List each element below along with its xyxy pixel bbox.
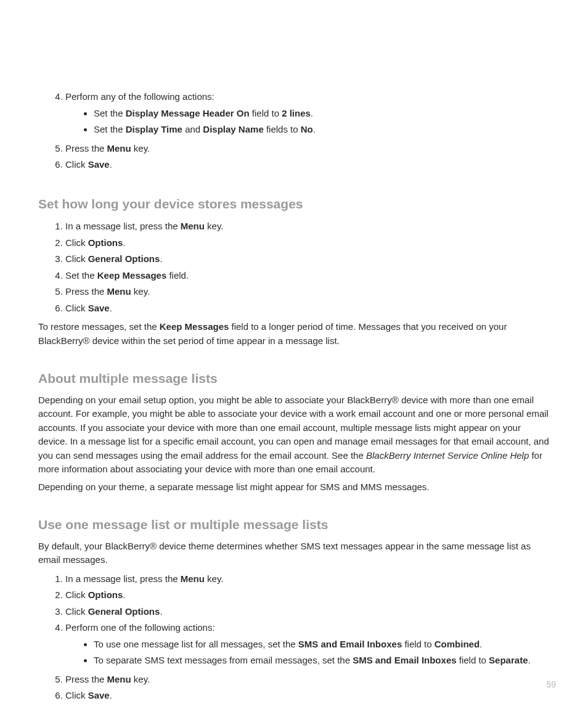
list-item: Click Save. xyxy=(65,300,550,317)
top-continued-steps: Perform any of the following actions: Se… xyxy=(38,89,550,173)
list-item: Click General Options. xyxy=(65,251,550,268)
step-text: Perform any of the following actions: xyxy=(65,91,214,102)
list-item: In a message list, press the Menu key. xyxy=(65,571,550,588)
heading-multiple-lists: About multiple message lists xyxy=(38,369,550,388)
list-item: Set the Display Message Header On field … xyxy=(94,105,550,122)
list-item: In a message list, press the Menu key. xyxy=(65,218,550,235)
heading-use-lists: Use one message list or multiple message… xyxy=(38,515,550,535)
sub-bullets: To use one message list for all messages… xyxy=(65,636,550,669)
list-item: Press the Menu key. xyxy=(65,671,550,688)
list-item: To use one message list for all messages… xyxy=(94,636,550,653)
list-item: Perform one of the following actions: To… xyxy=(65,620,550,671)
document-page: Perform any of the following actions: Se… xyxy=(0,0,588,706)
use-intro-paragraph: By default, your BlackBerry® device them… xyxy=(38,540,550,567)
list-item: Perform any of the following actions: Se… xyxy=(65,89,550,141)
list-item: Press the Menu key. xyxy=(65,284,550,300)
restore-paragraph: To restore messages, set the Keep Messag… xyxy=(38,320,550,348)
reference-italic: BlackBerry Internet Service Online Help xyxy=(366,450,529,461)
list-item: Click Options. xyxy=(65,235,550,252)
heading-store-messages: Set how long your device stores messages xyxy=(38,194,550,214)
step-text: Perform one of the following actions: xyxy=(65,622,215,633)
list-item: Set the Keep Messages field. xyxy=(65,268,550,284)
list-item: Set the Display Time and Display Name fi… xyxy=(94,121,550,138)
list-item: Click General Options. xyxy=(65,604,550,620)
list-item: Click Options. xyxy=(65,587,550,604)
list-item: Press the Menu key. xyxy=(65,141,550,157)
sub-bullets: Set the Display Message Header On field … xyxy=(65,105,550,138)
list-item: Click Save. xyxy=(65,688,550,704)
about-paragraph-2: Depending on your theme, a separate mess… xyxy=(38,480,550,495)
steps-store-messages: In a message list, press the Menu key. C… xyxy=(38,218,550,316)
steps-use-lists: In a message list, press the Menu key. C… xyxy=(38,571,550,704)
list-item: To separate SMS text messages from email… xyxy=(94,652,550,669)
page-number: 59 xyxy=(546,678,556,691)
about-paragraph-1: Depending on your email setup option, yo… xyxy=(38,393,550,477)
list-item: Click Save. xyxy=(65,157,550,173)
